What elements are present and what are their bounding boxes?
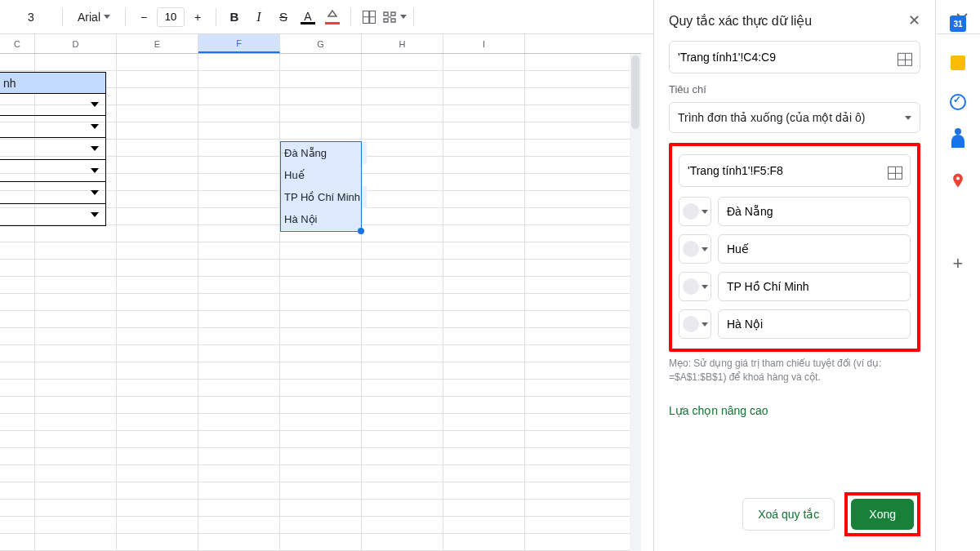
advanced-options-link[interactable]: Lựa chọn nâng cao [669, 399, 920, 422]
fill-color-button[interactable] [321, 6, 344, 29]
column-header-selected[interactable]: F [198, 34, 280, 53]
dropdown-cell[interactable] [0, 160, 106, 182]
dropdown-cell[interactable] [0, 94, 106, 116]
chevron-down-icon [400, 15, 407, 19]
highlight-annotation: Xong [844, 492, 920, 536]
column-header[interactable]: G [280, 34, 362, 53]
column-header[interactable]: D [35, 34, 117, 53]
data-validation-panel: Quy tắc xác thực dữ liệu ✕ Tiêu chí Trìn… [653, 0, 935, 551]
selection-handle[interactable] [358, 228, 364, 234]
font-family-select[interactable]: Arial [69, 6, 118, 29]
svg-point-0 [956, 176, 960, 180]
font-size-input[interactable] [157, 7, 185, 27]
keep-icon[interactable] [949, 54, 967, 72]
chevron-down-icon [104, 15, 110, 19]
column-header[interactable]: H [362, 34, 443, 53]
column-header[interactable]: C [0, 34, 35, 53]
panel-title: Quy tắc xác thực dữ liệu [669, 13, 812, 29]
cell-reference[interactable]: 3 [7, 6, 56, 29]
dropdown-cell[interactable] [0, 204, 106, 226]
option-color-chip[interactable] [679, 197, 711, 226]
borders-button[interactable] [358, 6, 381, 29]
dropdown-arrow-icon [91, 168, 99, 173]
criteria-label: Tiêu chí [669, 83, 920, 96]
apply-range-input[interactable] [669, 41, 920, 73]
strikethrough-button[interactable]: S [272, 6, 295, 29]
column-header[interactable]: I [443, 34, 525, 53]
font-size-stepper: − + [132, 6, 209, 29]
side-rail: 31 + [935, 0, 980, 551]
font-size-increase[interactable]: + [186, 6, 209, 29]
option-color-chip[interactable] [679, 234, 711, 264]
grid-select-icon[interactable] [898, 53, 912, 66]
option-row [679, 234, 911, 264]
option-color-chip[interactable] [679, 309, 711, 339]
delete-rule-button[interactable]: Xoá quy tắc [742, 498, 835, 531]
calendar-icon[interactable]: 31 [949, 15, 967, 33]
add-addon-icon[interactable]: + [949, 255, 967, 273]
dropdown-cell[interactable] [0, 182, 106, 204]
source-range-input[interactable] [679, 154, 911, 187]
column-headers: C D E F G H I [0, 34, 641, 54]
dropdown-arrow-icon [91, 102, 99, 107]
option-value-input[interactable] [718, 234, 911, 264]
dropdown-preview-column: nh [0, 72, 106, 226]
vertical-scrollbar[interactable] [630, 54, 641, 551]
option-row [679, 309, 911, 339]
column-header[interactable]: E [117, 34, 198, 53]
dropdown-arrow-icon [91, 212, 99, 217]
close-icon[interactable]: ✕ [908, 11, 920, 29]
dropdown-arrow-icon [91, 146, 99, 151]
option-value-input[interactable] [718, 197, 911, 226]
spreadsheet-grid[interactable]: C D E F G H I [0, 34, 641, 551]
chevron-down-icon [905, 116, 911, 120]
dropdown-arrow-icon [91, 190, 99, 195]
contacts-icon[interactable] [949, 132, 967, 150]
dropdown-cell[interactable] [0, 138, 106, 160]
grid-select-icon[interactable] [888, 167, 902, 180]
option-row [679, 272, 911, 301]
dropdown-arrow-icon [91, 124, 99, 129]
text-color-button[interactable]: A [296, 6, 319, 29]
italic-button[interactable]: I [247, 6, 270, 29]
option-value-input[interactable] [718, 272, 911, 301]
maps-icon[interactable] [949, 171, 967, 189]
option-value-input[interactable] [718, 309, 911, 339]
hint-text: Mẹo: Sử dụng giá trị tham chiếu tuyệt đố… [669, 357, 920, 384]
font-size-decrease[interactable]: − [132, 6, 155, 29]
option-row [679, 197, 911, 226]
table-header-cell[interactable]: nh [0, 72, 106, 94]
criteria-select[interactable]: Trình đơn thả xuống (của một dải ô) [669, 102, 920, 133]
option-color-chip[interactable] [679, 272, 711, 301]
tasks-icon[interactable] [949, 93, 967, 111]
merge-cells-button[interactable] [382, 6, 407, 29]
highlight-annotation [669, 143, 920, 352]
done-button[interactable]: Xong [851, 499, 914, 530]
selection-outline [280, 141, 362, 232]
dropdown-cell[interactable] [0, 116, 106, 138]
bold-button[interactable]: B [223, 6, 246, 29]
